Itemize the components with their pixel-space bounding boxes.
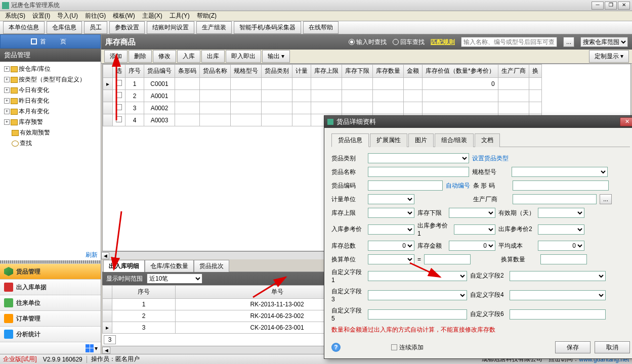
col-header[interactable]: 序号 <box>125 65 144 78</box>
action-输出[interactable]: 输出 ▾ <box>262 50 290 63</box>
menu-item[interactable]: 前往(G) <box>82 11 109 21</box>
col-header[interactable]: 货品名称 <box>200 65 231 78</box>
grid-icon[interactable] <box>86 344 94 352</box>
tree-item[interactable]: +本月有变化 <box>2 106 99 117</box>
inprice-select[interactable] <box>368 224 414 235</box>
set-type-link[interactable]: 设置货品类型 <box>472 154 509 163</box>
detail-tab[interactable]: 出入库明细 <box>103 260 145 272</box>
action-即入即出[interactable]: 即入即出 <box>226 50 261 63</box>
custom5-input[interactable] <box>368 309 467 320</box>
col-header[interactable]: 货品类别 <box>262 65 292 78</box>
col-header[interactable] <box>103 65 113 78</box>
category-select[interactable] <box>368 153 469 163</box>
search-go-button[interactable]: ... <box>563 37 574 47</box>
col-header[interactable]: 换 <box>529 65 541 78</box>
menu-item[interactable]: 设置(I) <box>29 11 53 21</box>
page-indicator[interactable]: 3 <box>104 335 116 344</box>
tree-item[interactable]: 有效期预警 <box>2 127 99 138</box>
tree-item[interactable]: +库存预警 <box>2 117 99 127</box>
toolbar-button[interactable]: 在线帮助 <box>303 21 339 34</box>
table-row[interactable]: ▸1C00010 <box>103 78 542 90</box>
toolbar-button[interactable]: 结账时间设置 <box>147 21 194 34</box>
menu-item[interactable]: 系统(S) <box>2 11 28 21</box>
save-button[interactable]: 保存 <box>555 341 591 353</box>
continuous-checkbox[interactable] <box>391 344 397 350</box>
barcode-input[interactable] <box>513 180 609 191</box>
toolbar-button[interactable]: 员工 <box>84 21 107 34</box>
home-tab[interactable]: 首 页 <box>0 34 101 49</box>
tree-item[interactable]: +昨日有变化 <box>2 96 99 106</box>
menu-item[interactable]: 主题(X) <box>139 11 165 21</box>
col-header[interactable]: 生产厂商 <box>498 65 529 78</box>
custom2-select[interactable] <box>510 271 606 281</box>
search-on-enter-radio[interactable]: 回车查找 <box>393 38 425 47</box>
col-header[interactable]: 货品编号 <box>144 65 175 78</box>
dialog-tab[interactable]: 扩展属性 <box>370 133 407 147</box>
scope-select[interactable]: 搜索仓库范围 <box>580 37 628 47</box>
col-header[interactable]: 计量 <box>292 65 311 78</box>
menu-item[interactable]: 工具(Y) <box>166 11 193 21</box>
expiry-select[interactable] <box>538 208 584 218</box>
maker-input[interactable] <box>513 194 597 204</box>
tree-item[interactable]: 查找 <box>2 138 99 149</box>
custom4-select[interactable] <box>510 290 606 300</box>
search-input[interactable] <box>461 37 557 47</box>
col-header[interactable]: 条形码 <box>175 65 200 78</box>
detail-tab[interactable]: 仓库/库位数量 <box>145 260 194 272</box>
convunit-select[interactable] <box>368 254 414 264</box>
convqty-input[interactable] <box>540 254 587 264</box>
col-header[interactable]: 库存价值（数量*参考价） <box>423 65 498 78</box>
col-header[interactable]: 金额 <box>404 65 423 78</box>
custom-display-button[interactable]: 定制显示 ▾ <box>589 50 629 63</box>
tree-item[interactable]: +今日有变化 <box>2 85 99 96</box>
maximize-button[interactable]: ❐ <box>605 2 617 10</box>
tree-item[interactable]: +按仓库/库位 <box>2 64 99 74</box>
minimize-button[interactable]: ─ <box>592 2 604 10</box>
detail-tab[interactable]: 货品批次 <box>194 260 229 272</box>
nav-order[interactable]: 订单管理 <box>0 310 101 326</box>
nav-truck[interactable]: 出入库单据 <box>0 279 101 295</box>
refresh-link[interactable]: 刷新 <box>86 251 98 258</box>
action-添加[interactable]: 添加 <box>104 50 128 63</box>
menu-item[interactable]: 模板(W) <box>110 11 138 21</box>
dialog-tab[interactable]: 文档 <box>475 133 500 147</box>
dialog-titlebar[interactable]: 货品详细资料 ✕ <box>324 116 632 128</box>
totalqty-select[interactable]: 0 <box>368 241 414 251</box>
nav-contact[interactable]: 往来单位 <box>0 295 101 310</box>
code-input[interactable] <box>368 180 443 191</box>
spec-select[interactable] <box>512 167 608 177</box>
range-select[interactable]: 近10笔 <box>147 274 202 284</box>
dialog-close-button[interactable]: ✕ <box>620 117 632 126</box>
col-header[interactable]: 库存下限 <box>342 65 373 78</box>
avgcost-select[interactable]: 0 <box>538 241 584 251</box>
cancel-button[interactable]: 取消 <box>595 341 630 353</box>
name-input[interactable] <box>368 167 469 177</box>
table-row[interactable]: 2A0001 <box>103 90 542 102</box>
custom1-select[interactable] <box>368 271 467 281</box>
dialog-tab[interactable]: 货品信息 <box>331 133 369 147</box>
uplimit-select[interactable] <box>368 208 414 218</box>
toolbar-button[interactable]: 仓库信息 <box>47 21 82 34</box>
outprice2-select[interactable] <box>538 224 584 235</box>
tree-item[interactable]: +按类型（类型可自定义） <box>2 74 99 85</box>
menu-item[interactable]: 帮助(Z) <box>194 11 220 21</box>
custom6-input[interactable] <box>510 309 606 320</box>
search-on-input-radio[interactable]: 输入时查找 <box>349 38 387 47</box>
totalamt-select[interactable]: 0 <box>449 241 495 251</box>
col-header[interactable]: 库存数量 <box>373 65 404 78</box>
maker-browse-button[interactable]: ... <box>600 194 612 204</box>
toolbar-button[interactable]: 智能手机/条码采集器 <box>234 21 301 34</box>
unit-select[interactable] <box>368 194 414 204</box>
nav-cube[interactable]: 货品管理 <box>0 263 101 279</box>
toolbar-button[interactable]: 参数设置 <box>109 21 145 34</box>
nav-stats[interactable]: 分析统计 <box>0 326 101 342</box>
dialog-tab[interactable]: 图片 <box>408 133 434 147</box>
auto-code-link[interactable]: 自动编号 <box>446 181 470 190</box>
close-button[interactable]: ✕ <box>618 2 630 10</box>
toolbar-button[interactable]: 本单位信息 <box>3 21 45 34</box>
dialog-tab[interactable]: 组合/组装 <box>435 133 474 147</box>
action-删除[interactable]: 删除 <box>129 50 152 63</box>
col-header[interactable]: 选 <box>113 65 125 78</box>
action-修改[interactable]: 修改 <box>153 50 176 63</box>
dropdown-icon[interactable]: ▾ <box>95 345 98 352</box>
